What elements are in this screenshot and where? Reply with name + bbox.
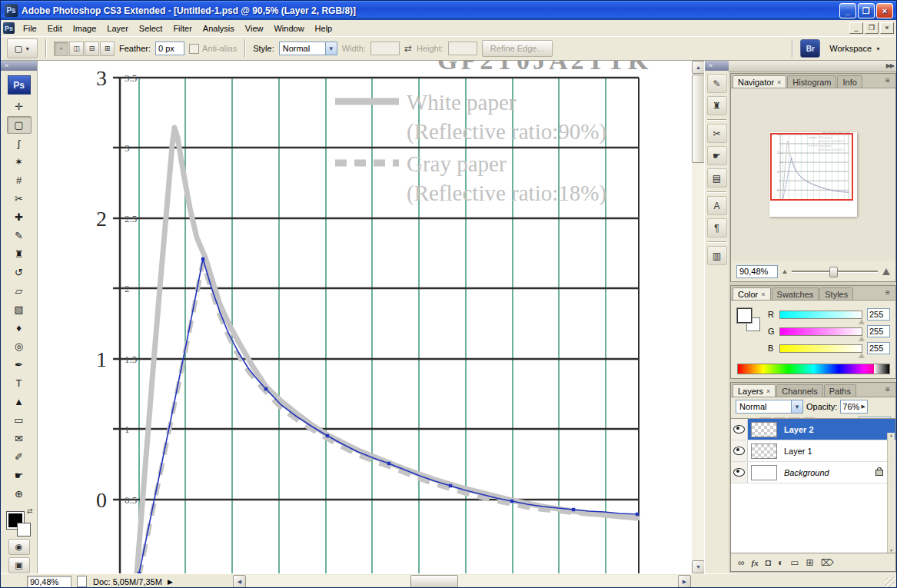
layer-mask-icon[interactable]: ◘ [766, 558, 771, 567]
link-layers-icon[interactable]: ∞ [738, 558, 745, 567]
visibility-toggle[interactable] [731, 419, 748, 440]
styles-panel-icon[interactable]: ✂ [707, 124, 727, 143]
width-input[interactable] [370, 42, 400, 55]
clone-stamp-tool[interactable]: ♜ [7, 245, 32, 263]
slider-thumb-icon[interactable] [859, 319, 865, 324]
tab-close-icon[interactable]: × [766, 387, 770, 395]
document-app-icon[interactable]: Ps [3, 22, 15, 34]
character-panel-icon[interactable]: A [707, 196, 727, 215]
document-canvas[interactable]: 3.5332.5221.5110.50White paper(Reflectiv… [38, 61, 691, 573]
rectangular-marquee-tool[interactable]: ▢ [7, 116, 32, 134]
layer-comps-panel-icon[interactable]: ▤ [707, 168, 727, 188]
menu-edit[interactable]: Edit [42, 22, 68, 35]
style-select[interactable]: Normal ▼ [279, 42, 337, 55]
crop-tool[interactable]: # [7, 171, 32, 189]
history-brush-tool[interactable]: ↺ [7, 264, 32, 281]
zoom-out-icon[interactable] [782, 270, 787, 274]
layers-scrollbar[interactable]: ▲▼ [887, 433, 895, 553]
scrollbar-thumb[interactable] [692, 75, 705, 163]
status-zoom-input[interactable]: 90,48% [27, 576, 71, 588]
shape-tool[interactable]: ▭ [7, 411, 32, 429]
refine-edge-button[interactable]: Refine Edge... [482, 40, 553, 57]
menu-select[interactable]: Select [134, 22, 168, 35]
subtract-from-selection-button[interactable]: ⊟ [85, 42, 99, 56]
layer-group-icon[interactable]: ▭ [790, 558, 799, 567]
menu-view[interactable]: View [240, 22, 269, 35]
layers-tab-layers[interactable]: Layers× [733, 384, 776, 397]
scrollbar-track[interactable] [246, 575, 678, 588]
info-panel-icon[interactable]: ▥ [707, 246, 727, 265]
blend-mode-select[interactable]: Normal ▼ [736, 400, 803, 414]
resize-grip[interactable] [885, 577, 895, 587]
swap-colors-icon[interactable]: ⇄ [27, 507, 33, 515]
vertical-scrollbar[interactable]: ▲ ▼ [691, 61, 704, 573]
slider-handle[interactable] [829, 267, 838, 277]
brushes-panel-icon[interactable]: ✎ [707, 74, 727, 93]
scroll-right-icon[interactable]: ▶ [678, 575, 691, 588]
foreground-color-swatch[interactable] [737, 308, 752, 323]
menu-filter[interactable]: Filter [168, 22, 197, 35]
navigator-zoom-slider[interactable] [792, 271, 878, 272]
menu-help[interactable]: Help [310, 22, 338, 35]
color-tab-color[interactable]: Color× [733, 287, 771, 300]
channel-slider-b[interactable] [779, 344, 862, 353]
quick-mask-button[interactable]: ◉ [8, 539, 30, 555]
close-button[interactable]: × [876, 3, 893, 18]
swatches-panel-icon[interactable]: ☛ [707, 146, 727, 165]
channel-value-r[interactable] [867, 308, 890, 321]
channel-value-b[interactable] [867, 342, 890, 354]
document-icon[interactable] [77, 576, 87, 587]
layer-row[interactable]: Background [731, 462, 895, 483]
clone-source-panel-icon[interactable]: ♜ [707, 96, 727, 115]
zoom-in-icon[interactable] [882, 268, 890, 275]
blur-tool[interactable]: ♦ [7, 319, 32, 337]
channel-slider-g[interactable] [779, 327, 862, 336]
navigator-tab-histogram[interactable]: Histogram [787, 75, 836, 88]
navigator-panel-menu-icon[interactable]: ≡ [882, 77, 893, 85]
pen-tool[interactable]: ✒ [7, 356, 32, 374]
go-to-bridge-button[interactable]: Br [800, 39, 820, 58]
title-bar[interactable]: Ps Adobe Photoshop CS3 Extended - [Untit… [1, 1, 896, 20]
navigator-zoom-input[interactable] [736, 265, 778, 278]
visibility-toggle[interactable] [731, 440, 748, 461]
zoom-tool[interactable]: ⊕ [7, 485, 32, 503]
dock-collapse-handle[interactable]: « [705, 61, 729, 71]
brush-tool[interactable]: ✎ [7, 227, 32, 244]
screen-mode-button[interactable]: ▣ [8, 557, 30, 573]
workspace-menu[interactable]: Workspace ▼ [825, 42, 885, 55]
menu-layer[interactable]: Layer [101, 22, 134, 35]
antialias-checkbox[interactable] [189, 44, 199, 54]
color-spectrum-ramp[interactable] [737, 364, 890, 374]
minimize-button[interactable]: _ [839, 3, 856, 18]
lasso-tool[interactable]: ʃ [7, 135, 32, 152]
hand-tool[interactable]: ☛ [7, 467, 32, 484]
scroll-down-icon[interactable]: ▼ [692, 560, 705, 573]
opacity-input[interactable]: 76% ▶ [840, 400, 867, 414]
color-tab-styles[interactable]: Styles [819, 287, 853, 300]
add-to-selection-button[interactable]: ◫ [69, 42, 84, 56]
eyedropper-tool[interactable]: ✐ [7, 448, 32, 466]
chart-image[interactable]: 3.5332.5221.5110.50White paper(Reflectiv… [38, 61, 691, 573]
tab-close-icon[interactable]: × [777, 78, 781, 86]
gradient-tool[interactable]: ▧ [7, 301, 32, 318]
new-layer-icon[interactable]: ⊞ [806, 558, 814, 567]
adjustment-layer-icon[interactable]: ◐ [778, 558, 783, 567]
layer-row[interactable]: Layer 1 [731, 440, 895, 462]
delete-layer-icon[interactable]: ⌦ [821, 558, 834, 567]
eraser-tool[interactable]: ▱ [7, 282, 32, 300]
layer-row[interactable]: Layer 2 [731, 419, 895, 440]
path-selection-tool[interactable]: ▲ [7, 393, 32, 410]
doc-restore-button[interactable]: ❐ [865, 22, 879, 34]
dodge-tool[interactable]: ◎ [7, 337, 32, 355]
navigator-tab-navigator[interactable]: Navigator× [733, 75, 786, 88]
feather-input[interactable] [155, 42, 184, 55]
layers-tab-channels[interactable]: Channels [776, 384, 822, 397]
notes-tool[interactable]: ✉ [7, 430, 32, 447]
status-flyout-arrow[interactable]: ▶ [168, 578, 173, 586]
menu-window[interactable]: Window [268, 22, 309, 35]
scroll-up-icon[interactable]: ▲ [692, 61, 705, 74]
height-input[interactable] [448, 42, 477, 55]
color-tab-swatches[interactable]: Swatches [772, 287, 819, 300]
paragraph-panel-icon[interactable]: ¶ [707, 218, 727, 238]
scroll-left-icon[interactable]: ◀ [233, 575, 246, 588]
